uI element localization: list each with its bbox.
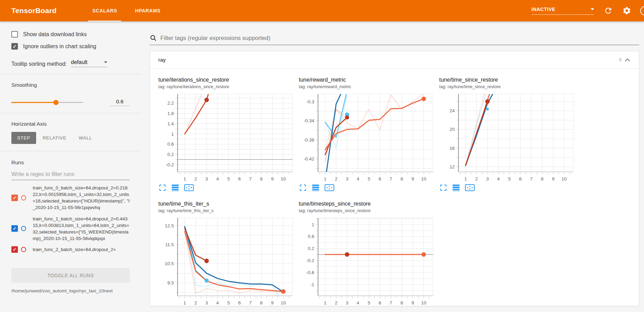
- chart-plot: 1216202412345678910: [439, 92, 576, 183]
- fullscreen-icon[interactable]: [439, 184, 447, 192]
- svg-text:9: 9: [271, 300, 274, 305]
- svg-text:5: 5: [368, 300, 370, 305]
- fit-domain-icon[interactable]: [184, 184, 194, 192]
- svg-text:0.2: 0.2: [308, 246, 314, 251]
- fit-domain-icon[interactable]: [324, 184, 335, 192]
- svg-text:3: 3: [205, 176, 208, 181]
- chart-actions: [439, 184, 580, 192]
- refresh-icon[interactable]: [604, 6, 613, 15]
- svg-text:8: 8: [260, 300, 263, 305]
- run-selector-icon[interactable]: [312, 184, 320, 192]
- svg-text:9: 9: [552, 176, 555, 181]
- axis-wall-button[interactable]: WALL: [73, 132, 98, 144]
- chevron-up-icon[interactable]: [624, 58, 631, 62]
- tab-scalars[interactable]: SCALARS: [83, 0, 126, 21]
- svg-text:11.5: 11.5: [165, 242, 174, 247]
- sidebar: Show data download links ✓ Ignore outlie…: [0, 21, 141, 312]
- svg-text:9.5: 9.5: [167, 280, 174, 285]
- svg-text:7: 7: [530, 176, 533, 181]
- svg-text:12: 12: [450, 164, 455, 169]
- tag-group-title: ray: [158, 57, 166, 63]
- chart-title: tune/time_this_iter_s: [158, 201, 299, 207]
- runs-filter-input[interactable]: [11, 171, 130, 177]
- svg-text:4: 4: [497, 176, 500, 181]
- smoothing-slider[interactable]: [11, 100, 83, 105]
- run-radio[interactable]: [21, 247, 26, 252]
- svg-text:1: 1: [183, 300, 186, 305]
- chart-title: tune/reward_metric: [299, 77, 439, 83]
- svg-text:0.6: 0.6: [308, 234, 314, 239]
- chart-actions: [158, 184, 299, 192]
- tag-group-count: 5: [619, 57, 622, 62]
- tooltip-sorting-label: Tooltip sorting method:: [11, 61, 67, 67]
- divider: [0, 113, 141, 113]
- svg-text:6: 6: [379, 300, 381, 305]
- log-directory-path: /home/junweid/zoo_automl_logs/nyc_taxi_1…: [11, 288, 115, 294]
- axis-relative-button[interactable]: RELATIVE: [37, 132, 72, 144]
- chart-tile: tune/time_this_iter_s tag: ray/tune/time…: [158, 201, 299, 306]
- chart-tag: tag: ray/tune/reward_metric: [299, 84, 439, 89]
- ignore-outliers-checkbox[interactable]: ✓: [11, 43, 18, 50]
- run-checkbox[interactable]: ✓: [11, 195, 18, 201]
- chart-plot: -1-0.6-0.20.20.6112345678910: [299, 216, 435, 306]
- svg-text:10: 10: [421, 300, 426, 305]
- fullscreen-icon[interactable]: [299, 184, 307, 192]
- tag-group-card: ray 5 tune/iterations_since_restore tag:…: [150, 51, 639, 306]
- svg-text:6: 6: [519, 176, 522, 181]
- svg-text:-0.2: -0.2: [306, 258, 314, 263]
- chart-title: tune/timesteps_since_restore: [299, 201, 439, 207]
- run-list-item: ✓ train_func_2_batch_size=64,dropout_2=: [11, 246, 130, 253]
- svg-text:-0.2: -0.2: [166, 162, 174, 167]
- toggle-all-runs-button[interactable]: TOGGLE ALL RUNS: [11, 268, 130, 283]
- chart-tag: tag: ray/tune/time_this_iter_s: [158, 208, 299, 213]
- svg-text:-0.3: -0.3: [306, 99, 314, 104]
- svg-text:2: 2: [475, 176, 478, 181]
- run-radio[interactable]: [21, 226, 26, 231]
- svg-text:3: 3: [486, 176, 489, 181]
- chevron-down-icon: [591, 8, 594, 10]
- svg-text:12.5: 12.5: [165, 223, 174, 228]
- svg-text:3: 3: [346, 300, 349, 305]
- tag-filter-input[interactable]: [160, 35, 639, 42]
- fullscreen-icon[interactable]: [158, 184, 167, 192]
- runs-label: Runs: [11, 159, 130, 166]
- svg-text:-0.34: -0.34: [304, 118, 314, 123]
- svg-text:5: 5: [508, 176, 511, 181]
- svg-text:2: 2: [194, 300, 197, 305]
- run-checkbox[interactable]: ✓: [11, 246, 18, 253]
- help-icon[interactable]: [640, 6, 644, 15]
- fit-domain-icon[interactable]: [465, 184, 475, 192]
- slider-thumb[interactable]: [53, 100, 59, 105]
- tag-group-header[interactable]: ray 5: [150, 51, 639, 69]
- run-radio[interactable]: [21, 195, 26, 200]
- show-download-links-row[interactable]: Show data download links: [11, 31, 130, 38]
- svg-text:4: 4: [357, 176, 359, 181]
- svg-text:6: 6: [238, 300, 241, 305]
- divider: [0, 74, 141, 74]
- run-selector-icon[interactable]: [171, 184, 179, 192]
- show-download-links-checkbox[interactable]: [11, 31, 18, 38]
- smoothing-label: Smoothing: [11, 82, 130, 88]
- status-dropdown[interactable]: INACTIVE: [531, 7, 594, 15]
- svg-text:10: 10: [561, 176, 567, 181]
- tooltip-sorting-dropdown[interactable]: default: [71, 59, 107, 67]
- chart-tile: tune/time_since_restore tag: ray/tune/ti…: [439, 77, 580, 192]
- run-checkbox[interactable]: ✓: [11, 225, 18, 232]
- svg-text:1: 1: [464, 176, 467, 181]
- run-selector-icon[interactable]: [452, 184, 460, 192]
- gear-icon[interactable]: [622, 6, 631, 15]
- smoothing-value[interactable]: 0.6: [110, 98, 130, 106]
- chart-tag: tag: ray/tune/iterations_since_restore: [158, 84, 299, 89]
- run-controls: ✓: [11, 195, 33, 201]
- show-download-links-label: Show data download links: [23, 31, 87, 38]
- tab-hparams[interactable]: HPARAMS: [126, 0, 169, 21]
- svg-text:9: 9: [411, 300, 414, 305]
- svg-text:0.2: 0.2: [167, 152, 174, 157]
- ignore-outliers-row[interactable]: ✓ Ignore outliers in chart scaling: [11, 43, 130, 50]
- svg-text:9: 9: [411, 176, 414, 181]
- chevron-down-icon: [104, 61, 107, 63]
- svg-text:2: 2: [335, 300, 338, 305]
- axis-step-button[interactable]: STEP: [11, 132, 36, 144]
- main-area: ray 5 tune/iterations_since_restore tag:…: [141, 21, 644, 312]
- app-header: TensorBoard SCALARS HPARAMS INACTIVE: [0, 0, 644, 21]
